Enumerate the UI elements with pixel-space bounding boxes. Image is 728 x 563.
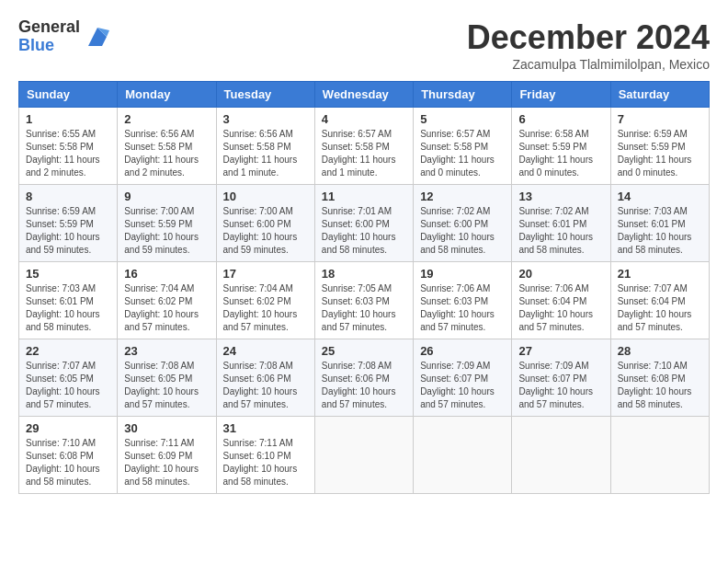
- calendar-week-row: 29Sunrise: 7:10 AM Sunset: 6:08 PM Dayli…: [19, 417, 710, 494]
- day-info: Sunrise: 7:11 AM Sunset: 6:10 PM Dayligh…: [223, 437, 308, 488]
- day-info: Sunrise: 7:02 AM Sunset: 6:00 PM Dayligh…: [420, 205, 505, 257]
- day-info: Sunrise: 7:09 AM Sunset: 6:07 PM Dayligh…: [420, 360, 505, 411]
- day-info: Sunrise: 7:07 AM Sunset: 6:05 PM Dayligh…: [26, 360, 110, 411]
- calendar-cell: 1Sunrise: 6:55 AM Sunset: 5:58 PM Daylig…: [19, 108, 118, 185]
- weekday-header: Monday: [118, 82, 216, 108]
- calendar-cell: 24Sunrise: 7:08 AM Sunset: 6:06 PM Dayli…: [216, 339, 314, 417]
- day-number: 31: [223, 421, 308, 435]
- calendar-cell: 26Sunrise: 7:09 AM Sunset: 6:07 PM Dayli…: [414, 339, 512, 417]
- day-info: Sunrise: 7:09 AM Sunset: 6:07 PM Dayligh…: [518, 360, 603, 411]
- calendar-cell: 10Sunrise: 7:00 AM Sunset: 6:00 PM Dayli…: [216, 185, 314, 262]
- calendar-cell: 2Sunrise: 6:56 AM Sunset: 5:58 PM Daylig…: [118, 108, 216, 185]
- logo-blue-text: Blue: [18, 37, 80, 55]
- day-number: 9: [124, 190, 209, 203]
- day-info: Sunrise: 7:01 AM Sunset: 6:00 PM Dayligh…: [322, 205, 406, 257]
- day-number: 30: [124, 421, 209, 435]
- calendar-cell: 17Sunrise: 7:04 AM Sunset: 6:02 PM Dayli…: [216, 262, 314, 339]
- day-number: 7: [618, 112, 702, 126]
- calendar-cell: 19Sunrise: 7:06 AM Sunset: 6:03 PM Dayli…: [414, 262, 512, 339]
- title-block: December 2024 Zacamulpa Tlalmimilolpan, …: [467, 18, 710, 72]
- day-number: 18: [322, 267, 406, 281]
- day-info: Sunrise: 7:08 AM Sunset: 6:05 PM Dayligh…: [124, 360, 209, 411]
- calendar-cell: [610, 417, 709, 494]
- day-number: 5: [420, 112, 505, 126]
- weekday-header: Thursday: [414, 82, 512, 108]
- weekday-header: Friday: [512, 82, 610, 108]
- day-info: Sunrise: 7:03 AM Sunset: 6:01 PM Dayligh…: [26, 282, 110, 334]
- day-info: Sunrise: 7:06 AM Sunset: 6:03 PM Dayligh…: [420, 282, 505, 334]
- day-number: 2: [124, 112, 209, 126]
- day-number: 27: [518, 344, 603, 358]
- day-number: 3: [223, 112, 308, 126]
- day-number: 24: [223, 344, 308, 358]
- day-info: Sunrise: 7:08 AM Sunset: 6:06 PM Dayligh…: [322, 360, 406, 411]
- calendar-cell: 28Sunrise: 7:10 AM Sunset: 6:08 PM Dayli…: [610, 339, 709, 417]
- calendar-cell: 25Sunrise: 7:08 AM Sunset: 6:06 PM Dayli…: [314, 339, 413, 417]
- weekday-header: Sunday: [19, 82, 118, 108]
- day-info: Sunrise: 6:58 AM Sunset: 5:59 PM Dayligh…: [518, 128, 603, 179]
- logo-general-text: General: [18, 18, 80, 37]
- day-info: Sunrise: 7:07 AM Sunset: 6:04 PM Dayligh…: [618, 282, 702, 334]
- day-info: Sunrise: 7:00 AM Sunset: 5:59 PM Dayligh…: [124, 205, 209, 257]
- day-number: 15: [26, 267, 110, 281]
- calendar-cell: 31Sunrise: 7:11 AM Sunset: 6:10 PM Dayli…: [216, 417, 314, 494]
- day-number: 10: [223, 190, 308, 203]
- day-info: Sunrise: 7:03 AM Sunset: 6:01 PM Dayligh…: [618, 205, 702, 257]
- day-info: Sunrise: 6:55 AM Sunset: 5:58 PM Dayligh…: [26, 128, 110, 179]
- calendar-cell: 12Sunrise: 7:02 AM Sunset: 6:00 PM Dayli…: [414, 185, 512, 262]
- calendar-cell: [314, 417, 413, 494]
- calendar-cell: 11Sunrise: 7:01 AM Sunset: 6:00 PM Dayli…: [314, 185, 413, 262]
- calendar-cell: 27Sunrise: 7:09 AM Sunset: 6:07 PM Dayli…: [512, 339, 610, 417]
- day-number: 26: [420, 344, 505, 358]
- day-number: 6: [518, 112, 603, 126]
- month-title: December 2024: [467, 18, 710, 57]
- day-info: Sunrise: 7:06 AM Sunset: 6:04 PM Dayligh…: [518, 282, 603, 334]
- day-number: 25: [322, 344, 406, 358]
- calendar-cell: 5Sunrise: 6:57 AM Sunset: 5:58 PM Daylig…: [414, 108, 512, 185]
- day-number: 28: [618, 344, 702, 358]
- day-info: Sunrise: 7:00 AM Sunset: 6:00 PM Dayligh…: [223, 205, 308, 257]
- day-number: 11: [322, 190, 406, 203]
- calendar-cell: 18Sunrise: 7:05 AM Sunset: 6:03 PM Dayli…: [314, 262, 413, 339]
- calendar-cell: 21Sunrise: 7:07 AM Sunset: 6:04 PM Dayli…: [610, 262, 709, 339]
- calendar-table: SundayMondayTuesdayWednesdayThursdayFrid…: [18, 81, 710, 494]
- calendar-cell: 6Sunrise: 6:58 AM Sunset: 5:59 PM Daylig…: [512, 108, 610, 185]
- day-info: Sunrise: 7:11 AM Sunset: 6:09 PM Dayligh…: [124, 437, 209, 488]
- day-number: 12: [420, 190, 505, 203]
- logo: General Blue: [18, 18, 111, 55]
- calendar-cell: 13Sunrise: 7:02 AM Sunset: 6:01 PM Dayli…: [512, 185, 610, 262]
- day-number: 20: [518, 267, 603, 281]
- day-number: 8: [26, 190, 110, 203]
- weekday-header: Tuesday: [216, 82, 314, 108]
- day-info: Sunrise: 7:10 AM Sunset: 6:08 PM Dayligh…: [618, 360, 702, 411]
- day-number: 1: [26, 112, 110, 126]
- day-number: 4: [322, 112, 406, 126]
- calendar-cell: 30Sunrise: 7:11 AM Sunset: 6:09 PM Dayli…: [118, 417, 216, 494]
- day-info: Sunrise: 6:59 AM Sunset: 5:59 PM Dayligh…: [618, 128, 702, 179]
- day-info: Sunrise: 7:05 AM Sunset: 6:03 PM Dayligh…: [322, 282, 406, 334]
- day-info: Sunrise: 6:57 AM Sunset: 5:58 PM Dayligh…: [322, 128, 406, 179]
- calendar-cell: 8Sunrise: 6:59 AM Sunset: 5:59 PM Daylig…: [19, 185, 118, 262]
- day-number: 16: [124, 267, 209, 281]
- calendar-cell: 29Sunrise: 7:10 AM Sunset: 6:08 PM Dayli…: [19, 417, 118, 494]
- calendar-cell: [512, 417, 610, 494]
- day-number: 19: [420, 267, 505, 281]
- day-info: Sunrise: 7:02 AM Sunset: 6:01 PM Dayligh…: [518, 205, 603, 257]
- calendar-week-row: 15Sunrise: 7:03 AM Sunset: 6:01 PM Dayli…: [19, 262, 710, 339]
- page-header: General Blue December 2024 Zacamulpa Tla…: [18, 18, 710, 72]
- day-info: Sunrise: 7:10 AM Sunset: 6:08 PM Dayligh…: [26, 437, 110, 488]
- day-info: Sunrise: 6:59 AM Sunset: 5:59 PM Dayligh…: [26, 205, 110, 257]
- calendar-week-row: 1Sunrise: 6:55 AM Sunset: 5:58 PM Daylig…: [19, 108, 710, 185]
- calendar-cell: 4Sunrise: 6:57 AM Sunset: 5:58 PM Daylig…: [314, 108, 413, 185]
- day-info: Sunrise: 6:57 AM Sunset: 5:58 PM Dayligh…: [420, 128, 505, 179]
- calendar-header-row: SundayMondayTuesdayWednesdayThursdayFrid…: [19, 82, 710, 108]
- calendar-cell: 3Sunrise: 6:56 AM Sunset: 5:58 PM Daylig…: [216, 108, 314, 185]
- calendar-week-row: 8Sunrise: 6:59 AM Sunset: 5:59 PM Daylig…: [19, 185, 710, 262]
- day-info: Sunrise: 7:04 AM Sunset: 6:02 PM Dayligh…: [124, 282, 209, 334]
- logo-icon: [84, 23, 111, 51]
- calendar-week-row: 22Sunrise: 7:07 AM Sunset: 6:05 PM Dayli…: [19, 339, 710, 417]
- day-number: 14: [618, 190, 702, 203]
- day-info: Sunrise: 7:04 AM Sunset: 6:02 PM Dayligh…: [223, 282, 308, 334]
- weekday-header: Saturday: [610, 82, 709, 108]
- day-number: 21: [618, 267, 702, 281]
